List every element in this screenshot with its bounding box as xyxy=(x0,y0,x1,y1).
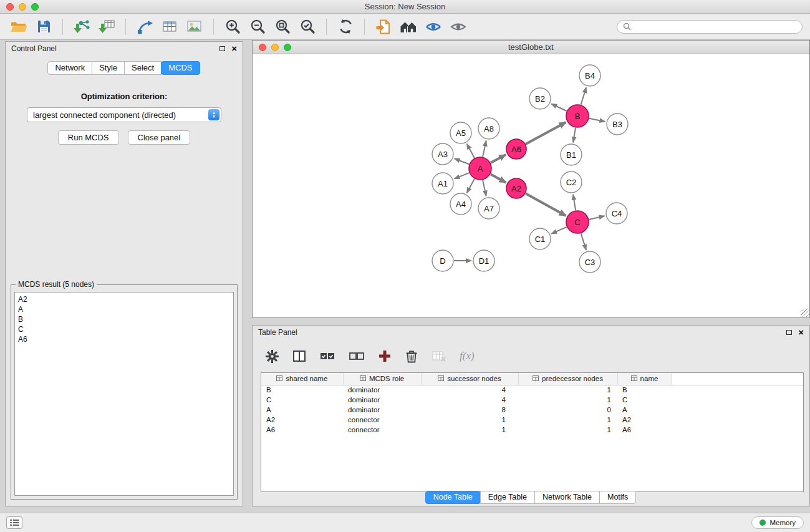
search-input[interactable] xyxy=(634,22,796,31)
column-sort-icon[interactable] xyxy=(276,375,282,382)
mcds-result-item[interactable]: A xyxy=(18,304,230,314)
network-node-B1[interactable]: B1 xyxy=(561,144,582,165)
table-cell[interactable]: A6 xyxy=(617,425,672,435)
import-network-button[interactable] xyxy=(70,16,93,37)
table-cell[interactable]: dominator xyxy=(343,395,421,405)
tab-network-table[interactable]: Network Table xyxy=(534,491,600,504)
run-mcds-button[interactable]: Run MCDS xyxy=(58,130,119,145)
table-cell[interactable]: B xyxy=(617,385,672,395)
tab-motifs[interactable]: Motifs xyxy=(599,491,636,504)
refresh-view-button[interactable] xyxy=(334,16,357,37)
network-node-C1[interactable]: C1 xyxy=(529,228,551,249)
network-edge-A-A8[interactable] xyxy=(483,141,486,157)
tab-edge-table[interactable]: Edge Table xyxy=(480,491,535,504)
network-snapshot-button[interactable] xyxy=(372,16,395,37)
table-cell[interactable]: A xyxy=(617,405,672,415)
deselect-all-rows-button[interactable] xyxy=(349,350,365,362)
network-node-B4[interactable]: B4 xyxy=(579,65,600,86)
network-node-A4[interactable]: A4 xyxy=(450,193,471,215)
network-edge-A-A2[interactable] xyxy=(491,174,506,183)
table-cell[interactable]: A2 xyxy=(261,415,343,425)
tab-style[interactable]: Style xyxy=(92,61,125,75)
network-node-B3[interactable]: B3 xyxy=(607,114,628,135)
add-column-button[interactable] xyxy=(378,349,392,363)
float-table-panel-icon[interactable] xyxy=(786,330,792,335)
network-node-A3[interactable]: A3 xyxy=(432,143,453,165)
zoom-in-button[interactable] xyxy=(221,16,244,37)
zoom-window-button[interactable] xyxy=(31,3,39,11)
table-cell[interactable]: C xyxy=(617,395,672,405)
table-cell[interactable]: 4 xyxy=(421,395,518,405)
minimize-network-window-button[interactable] xyxy=(271,44,279,51)
table-row[interactable]: Adominator80A xyxy=(261,405,803,415)
network-edge-B-B2[interactable] xyxy=(551,104,567,112)
table-cell[interactable]: dominator xyxy=(343,405,421,415)
network-edge-C-C2[interactable] xyxy=(573,195,576,210)
export-image-button[interactable] xyxy=(183,16,206,37)
select-all-rows-button[interactable] xyxy=(319,350,335,362)
column-header-mcds-role[interactable]: MCDS role xyxy=(343,373,421,385)
table-cell[interactable]: 8 xyxy=(421,405,518,415)
network-edge-A-A7[interactable] xyxy=(483,180,486,196)
network-node-A5[interactable]: A5 xyxy=(450,122,471,143)
home-view-button[interactable] xyxy=(397,16,420,37)
network-edge-A-A6[interactable] xyxy=(491,155,506,163)
tab-node-table[interactable]: Node Table xyxy=(425,491,481,504)
mcds-result-item[interactable]: B xyxy=(18,314,230,324)
mcds-result-item[interactable]: A6 xyxy=(18,334,230,344)
close-window-button[interactable] xyxy=(6,3,14,11)
column-sort-icon[interactable] xyxy=(533,375,539,382)
column-header-successor-nodes[interactable]: successor nodes xyxy=(421,373,518,385)
network-edge-C-C1[interactable] xyxy=(551,227,567,234)
table-settings-button[interactable] xyxy=(265,349,279,364)
table-cell[interactable]: 1 xyxy=(518,385,617,395)
mcds-result-item[interactable]: C xyxy=(18,324,230,334)
column-header-name[interactable]: name xyxy=(617,373,672,385)
column-sort-icon[interactable] xyxy=(360,375,366,382)
network-node-B2[interactable]: B2 xyxy=(529,88,551,109)
network-node-C4[interactable]: C4 xyxy=(606,203,627,224)
close-panel-button[interactable]: Close panel xyxy=(128,130,191,145)
network-node-D1[interactable]: D1 xyxy=(473,250,494,271)
network-edge-B-B1[interactable] xyxy=(573,128,576,143)
import-table-button[interactable] xyxy=(95,16,118,37)
network-node-C[interactable]: C xyxy=(566,211,589,233)
table-cell[interactable]: 4 xyxy=(421,385,518,395)
network-node-C2[interactable]: C2 xyxy=(561,172,582,193)
network-edge-C-C4[interactable] xyxy=(589,216,605,220)
network-node-A1[interactable]: A1 xyxy=(432,173,453,194)
network-node-A6[interactable]: A6 xyxy=(506,139,526,159)
close-network-window-button[interactable] xyxy=(259,44,266,51)
style-preview-button[interactable] xyxy=(422,16,445,37)
table-cell[interactable]: 0 xyxy=(518,405,617,415)
table-cell[interactable]: A xyxy=(261,405,343,415)
delete-column-button[interactable] xyxy=(405,349,418,364)
network-graph[interactable]: B4B2BB3A5A8A6B1A3AC2A1A2A4A7C4CC1C3DD1 xyxy=(253,54,808,317)
table-cell[interactable]: C xyxy=(261,395,343,405)
tab-network[interactable]: Network xyxy=(47,61,92,75)
node-table-container[interactable]: shared nameMCDS rolesuccessor nodesprede… xyxy=(261,372,804,492)
column-sort-icon[interactable] xyxy=(438,375,444,382)
column-sort-icon[interactable] xyxy=(631,375,637,382)
memory-button[interactable]: Memory xyxy=(751,516,804,529)
mcds-result-list[interactable]: A2ABCA6 xyxy=(14,292,234,496)
mcds-result-item[interactable]: A2 xyxy=(18,294,230,304)
apply-function-button[interactable]: f(x) xyxy=(460,350,475,362)
zoom-network-window-button[interactable] xyxy=(284,44,291,51)
network-node-A7[interactable]: A7 xyxy=(478,198,499,219)
table-cell[interactable]: A2 xyxy=(617,415,672,425)
close-panel-icon[interactable]: × xyxy=(231,45,237,52)
network-node-A[interactable]: A xyxy=(469,157,491,180)
delete-table-button[interactable] xyxy=(432,350,446,362)
zoom-fit-button[interactable] xyxy=(271,16,294,37)
save-session-button[interactable] xyxy=(32,16,55,37)
new-table-button[interactable] xyxy=(158,16,181,37)
network-edge-A-A3[interactable] xyxy=(455,158,470,164)
minimize-window-button[interactable] xyxy=(19,3,26,11)
table-cell[interactable]: connector xyxy=(343,425,421,435)
new-network-button[interactable] xyxy=(133,16,156,37)
network-node-D[interactable]: D xyxy=(432,250,453,271)
network-edge-A-A1[interactable] xyxy=(455,173,470,179)
open-session-button[interactable] xyxy=(7,16,30,37)
close-table-panel-icon[interactable]: × xyxy=(798,329,804,336)
